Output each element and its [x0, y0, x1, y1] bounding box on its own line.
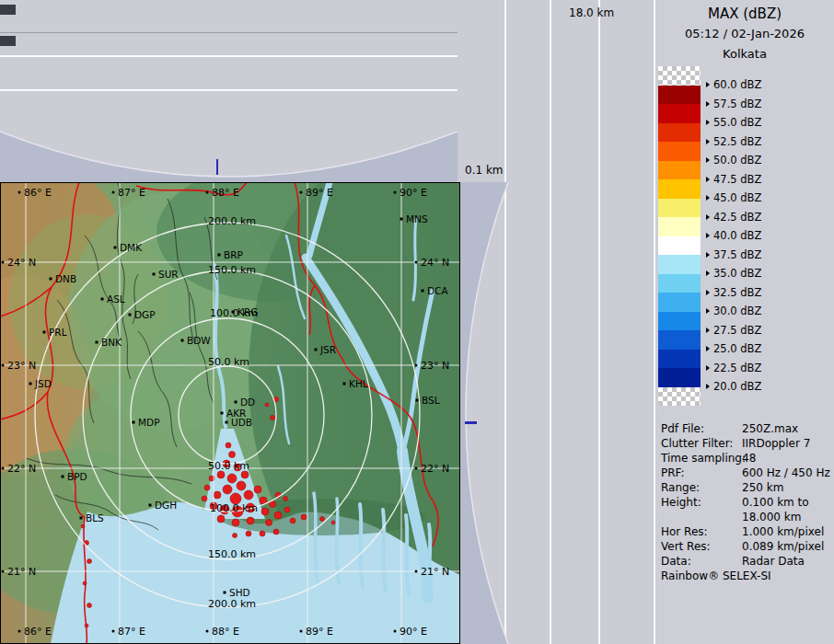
latitude-label-right: 22° N [421, 463, 449, 475]
legend-cell [658, 123, 701, 143]
gridline-dot [300, 191, 303, 194]
product-title: MAX (dBZ) [655, 6, 834, 22]
radar-echo [284, 507, 290, 512]
legend-cell [658, 387, 701, 407]
info-value: 600 Hz / 450 Hz [742, 466, 832, 480]
legend-cell [658, 161, 701, 180]
city-label: BPD [67, 471, 87, 482]
radar-echo [271, 416, 275, 420]
legend-label: 50.0 dBZ [706, 151, 761, 170]
radar-echo [320, 517, 325, 522]
info-label: Range: [661, 480, 742, 495]
city-marker [149, 504, 152, 507]
city-label: KRG [237, 306, 258, 317]
range-ring-label: 50.0 km [208, 460, 249, 472]
gridline-dot [2, 261, 5, 264]
latitude-label-left: 21° N [7, 566, 36, 578]
info-label: PRF: [661, 466, 742, 480]
latitude-label-right: 21° N [421, 566, 449, 578]
radar-echo [266, 520, 272, 526]
top-profile-panel [0, 0, 458, 182]
range-ring-label: 200.0 km [208, 598, 256, 610]
radar-echo [274, 512, 282, 519]
city-label: BNK [101, 337, 122, 348]
radar-echo [232, 519, 239, 526]
range-ring-label: 100.0 km [210, 502, 258, 514]
legend-cell [658, 368, 701, 387]
radar-echo [85, 624, 88, 627]
city-marker [416, 399, 419, 402]
radar-echo [214, 491, 221, 499]
gridline-dot [2, 364, 5, 367]
city-marker [29, 383, 32, 385]
legend-cell [658, 274, 701, 293]
info-value: Radar Data [742, 554, 832, 569]
radar-echo [265, 403, 269, 407]
city-marker [422, 290, 424, 293]
info-panel: MAX (dBZ) 05:12 / 02-Jan-2026 Kolkata 60… [654, 0, 834, 644]
gridline-dot [112, 191, 115, 194]
city-marker [96, 341, 98, 344]
city-label: BRP [224, 249, 243, 260]
range-ring-label: 50.0 km [208, 356, 249, 368]
legend-cell [658, 236, 701, 256]
radar-echo [237, 481, 246, 490]
info-row: Clutter Filter:IIRDoppler 7 [661, 436, 832, 451]
info-value: 18.000 km [742, 510, 832, 524]
city-label: DCA [427, 285, 448, 296]
radar-echo [223, 485, 232, 494]
radar-echo [226, 443, 231, 448]
gridline-dot [415, 467, 418, 470]
range-ring-label: 150.0 km [208, 264, 256, 276]
info-row: Data:Radar Data [661, 554, 832, 569]
info-value: 0.100 km to [742, 495, 832, 510]
gridline-dot [2, 570, 5, 573]
legend-label: 55.0 dBZ [706, 113, 761, 132]
radar-echo [290, 518, 295, 523]
city-marker [101, 298, 104, 301]
legend-cell [658, 350, 701, 369]
city-marker [221, 412, 224, 415]
info-label: Rainbow® SELEX-SI [661, 569, 832, 583]
info-row: Time sampling:48 [661, 451, 832, 466]
radar-map-panel: 86° E86° E87° E87° E88° E88° E89° E89° E… [0, 182, 460, 644]
gridline-dot [394, 630, 397, 633]
profile-gridline [598, 0, 600, 644]
legend-label: 57.5 dBZ [706, 95, 761, 114]
radar-echo [254, 486, 261, 493]
legend-cell [658, 104, 701, 123]
legend-cell [658, 86, 701, 105]
city-label: MDP [138, 417, 159, 428]
info-row: 18.000 km [661, 510, 832, 524]
city-marker [133, 421, 135, 424]
height-scale-min-label: 0.1 km [465, 164, 504, 177]
radar-echo [260, 531, 265, 536]
legend-label: 30.0 dBZ [706, 302, 761, 321]
city-label: BSL [422, 395, 440, 406]
legend-label: 32.5 dBZ [706, 283, 761, 303]
legend-label: 20.0 dBZ [706, 377, 761, 397]
legend-label: 60.0 dBZ [706, 75, 761, 95]
legend-cell [658, 330, 701, 350]
gridline-dot [18, 630, 21, 633]
city-marker [226, 421, 228, 424]
legend-cell [658, 293, 701, 312]
info-label: Height: [661, 495, 742, 510]
city-marker [80, 517, 83, 520]
radar-echo [247, 517, 254, 524]
info-value: 0.089 km/pixel [742, 539, 832, 554]
side-range-cone [460, 182, 514, 644]
latitude-label-right: 23° N [421, 360, 449, 372]
radar-echo [217, 515, 225, 523]
radar-echo [331, 521, 335, 524]
radar-echo [81, 524, 85, 528]
city-marker [43, 331, 46, 334]
legend-cell [658, 179, 701, 199]
legend-cell [658, 199, 701, 218]
latitude-label-right: 24° N [421, 257, 449, 269]
radar-echo [261, 508, 269, 515]
city-marker [218, 254, 221, 257]
gridline-dot [2, 467, 5, 470]
gridline-dot [206, 630, 209, 633]
side-profile-panel: 18.0 km 0.1 km [458, 0, 654, 644]
